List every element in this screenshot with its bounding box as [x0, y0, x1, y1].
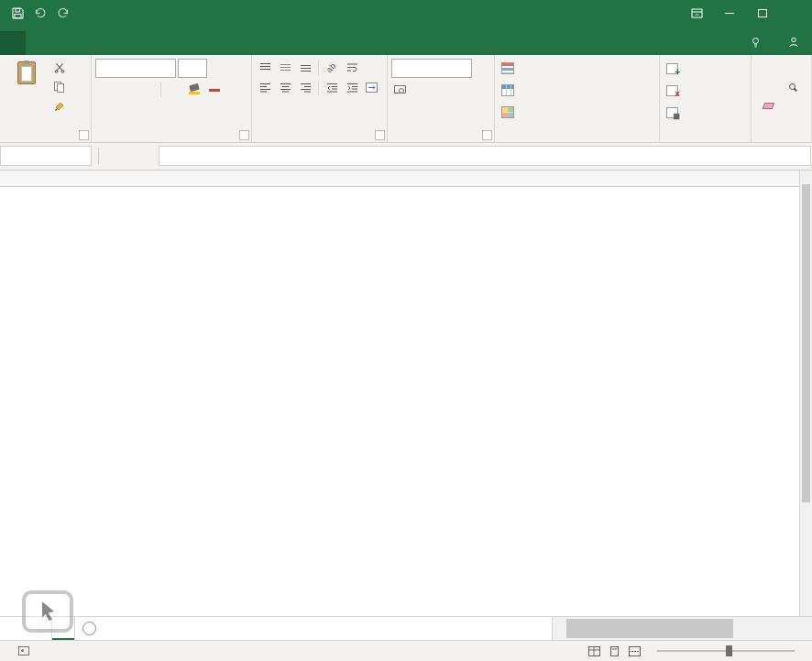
number-format-combo[interactable]	[391, 59, 472, 78]
close-button[interactable]	[779, 0, 812, 26]
align-left-button[interactable]	[256, 79, 274, 96]
find-select-button[interactable]	[787, 78, 802, 95]
conditional-formatting-button[interactable]	[499, 59, 655, 78]
status-bar	[0, 640, 812, 661]
scroll-down-icon[interactable]	[800, 603, 812, 616]
underline-button[interactable]	[136, 81, 154, 98]
cell-styles-icon	[501, 106, 514, 118]
font-size-combo[interactable]	[178, 59, 207, 78]
scroll-left-icon[interactable]	[553, 617, 565, 640]
dialog-launcher-icon[interactable]	[375, 130, 385, 140]
merge-center-button[interactable]	[363, 79, 381, 96]
decrease-font-size-button[interactable]	[229, 60, 247, 77]
cell-styles-button[interactable]	[499, 103, 655, 122]
sheet-grid	[0, 187, 799, 616]
fill-button[interactable]	[762, 78, 778, 95]
align-top-button[interactable]	[256, 59, 274, 76]
tell-me-helper[interactable]	[751, 37, 764, 50]
insert-cells-button[interactable]: +	[664, 59, 747, 78]
zoom-slider-handle[interactable]	[726, 645, 732, 656]
sheet-nav-right-icon[interactable]	[15, 617, 29, 640]
sheet-tab-bar	[0, 616, 812, 640]
zoom-slider[interactable]	[657, 650, 795, 652]
redo-icon[interactable]	[55, 5, 71, 21]
accounting-format-button[interactable]	[391, 81, 410, 98]
decrease-indent-button[interactable]	[323, 79, 341, 96]
percent-style-button[interactable]	[411, 81, 430, 98]
scroll-up-icon[interactable]	[800, 171, 812, 183]
title-bar	[0, 0, 812, 26]
format-as-table-button[interactable]	[499, 81, 655, 100]
italic-button[interactable]	[115, 81, 134, 98]
copy-button[interactable]	[50, 78, 69, 95]
ribbon-group-editing	[752, 55, 812, 142]
maximize-button[interactable]	[746, 0, 779, 26]
fill-color-button[interactable]	[185, 81, 203, 98]
insert-function-icon[interactable]	[138, 147, 157, 165]
font-color-button[interactable]	[205, 81, 224, 98]
format-painter-button[interactable]	[50, 97, 69, 115]
share-button[interactable]	[788, 37, 803, 50]
ribbon-group-font	[92, 55, 252, 142]
align-middle-button[interactable]	[276, 59, 294, 76]
banknote-icon	[394, 85, 406, 94]
horizontal-scrollbar[interactable]	[552, 617, 812, 640]
sheet-tab-diagramma1[interactable]	[29, 617, 52, 640]
increase-indent-button[interactable]	[343, 79, 361, 96]
sort-filter-button[interactable]	[787, 59, 802, 76]
format-as-table-icon	[501, 84, 514, 96]
increase-font-size-button[interactable]	[209, 60, 227, 77]
cut-button[interactable]	[50, 59, 69, 76]
macro-record-button[interactable]	[18, 646, 29, 655]
delete-cells-button[interactable]: ×	[664, 81, 747, 100]
minimize-button[interactable]	[713, 0, 746, 26]
customize-quick-access-icon[interactable]	[78, 5, 94, 21]
enter-formula-icon[interactable]	[120, 147, 138, 165]
dialog-launcher-icon[interactable]	[239, 130, 249, 140]
tab-file[interactable]	[0, 31, 26, 55]
horizontal-scroll-thumb[interactable]	[566, 619, 733, 638]
format-cells-button[interactable]: ▦	[664, 103, 747, 122]
ribbon: ab	[0, 55, 812, 143]
page-break-view-button[interactable]	[629, 646, 641, 656]
normal-view-button[interactable]	[588, 646, 600, 656]
sheet-tab-list1[interactable]	[52, 617, 75, 640]
align-bottom-button[interactable]	[296, 59, 314, 76]
clear-button[interactable]	[762, 97, 778, 115]
ribbon-group-clipboard	[2, 55, 92, 142]
sheet-nav-left-icon[interactable]	[0, 617, 15, 640]
comma-style-button[interactable]	[432, 81, 450, 98]
sheet-area	[0, 171, 812, 616]
save-icon[interactable]	[9, 5, 26, 21]
align-right-button[interactable]	[296, 79, 314, 96]
formula-input[interactable]	[159, 146, 811, 166]
borders-button[interactable]	[165, 81, 183, 98]
wrap-text-button[interactable]	[343, 59, 361, 76]
increase-decimal-button[interactable]	[452, 81, 470, 98]
window-controls	[680, 0, 812, 26]
decrease-decimal-button[interactable]	[472, 81, 490, 98]
dialog-launcher-icon[interactable]	[79, 130, 89, 140]
autosum-button[interactable]	[762, 59, 778, 76]
ribbon-display-options-icon[interactable]	[680, 0, 713, 26]
dialog-launcher-icon[interactable]	[482, 130, 492, 140]
page-layout-view-button[interactable]	[609, 646, 620, 656]
orientation-button[interactable]: ab	[323, 59, 341, 76]
paste-button[interactable]	[5, 59, 48, 88]
ribbon-group-alignment: ab	[252, 55, 388, 142]
scroll-right-icon[interactable]	[799, 617, 812, 640]
new-sheet-button[interactable]	[82, 622, 96, 635]
vertical-scrollbar[interactable]	[799, 171, 812, 616]
formula-bar	[0, 143, 812, 171]
font-name-combo[interactable]	[95, 59, 176, 78]
undo-icon[interactable]	[32, 5, 49, 21]
formula-bar-divider	[92, 148, 99, 164]
insert-cells-icon: +	[666, 63, 678, 74]
name-box[interactable]	[0, 146, 92, 166]
format-cells-icon: ▦	[666, 107, 678, 118]
lightbulb-icon	[751, 37, 761, 50]
align-center-button[interactable]	[276, 79, 294, 96]
bold-button[interactable]	[95, 81, 114, 98]
cancel-formula-icon[interactable]	[102, 147, 120, 165]
vertical-scroll-thumb[interactable]	[802, 184, 810, 502]
